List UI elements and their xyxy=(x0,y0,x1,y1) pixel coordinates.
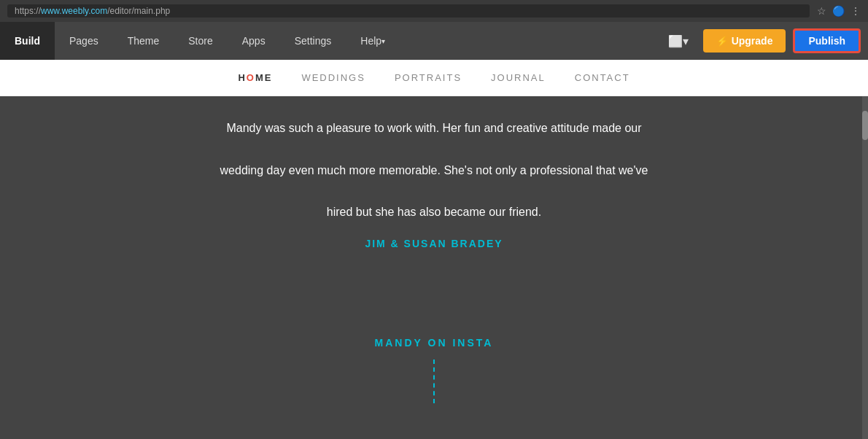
site-nav-home[interactable]: HOME xyxy=(238,72,272,83)
nav-store[interactable]: Store xyxy=(174,22,227,60)
menu-icon[interactable]: ⋮ xyxy=(850,5,861,17)
nav-right-area: ⬜▾ Upgrade Publish xyxy=(661,22,868,60)
site-nav-journal[interactable]: JOURNAL xyxy=(491,69,546,87)
url-prefix: https:// xyxy=(15,6,41,16)
nav-pages[interactable]: Pages xyxy=(55,22,113,60)
browser-url-bar[interactable]: https://www.weebly.com/editor/main.php xyxy=(7,4,810,18)
quote-line1: Mandy was such a pleasure to work with. … xyxy=(226,122,641,134)
nav-build[interactable]: Build xyxy=(0,22,55,60)
app-container: https://www.weebly.com/editor/main.php ☆… xyxy=(0,0,868,439)
quote-block: Mandy was such a pleasure to work with. … xyxy=(220,118,648,223)
nav-settings[interactable]: Settings xyxy=(280,22,346,60)
insta-title: MANDY ON INSTA xyxy=(375,337,494,349)
star-icon[interactable]: ☆ xyxy=(817,5,826,17)
quote-line2: wedding day even much more memorable. Sh… xyxy=(220,164,648,176)
nav-help[interactable]: Help xyxy=(346,22,400,60)
extension-icon[interactable]: 🔵 xyxy=(832,5,845,17)
main-content: Mandy was such a pleasure to work with. … xyxy=(0,96,868,439)
top-nav: Build Pages Theme Store Apps Settings He… xyxy=(0,22,868,60)
url-path: /editor/main.php xyxy=(107,6,170,16)
device-switcher-icon[interactable]: ⬜▾ xyxy=(661,34,696,48)
url-domain: www.weebly.com xyxy=(41,6,107,16)
publish-button[interactable]: Publish xyxy=(793,28,861,53)
upgrade-button[interactable]: Upgrade xyxy=(703,29,786,53)
browser-bar: https://www.weebly.com/editor/main.php ☆… xyxy=(0,0,868,22)
insta-dashed-line xyxy=(433,360,435,403)
content-area: Mandy was such a pleasure to work with. … xyxy=(0,96,868,439)
quote-line3: hired but she has also became our friend… xyxy=(327,206,541,218)
scrollbar-thumb[interactable] xyxy=(862,111,868,140)
scrollbar[interactable] xyxy=(862,96,868,439)
quote-author: JIM & SUSAN BRADEY xyxy=(365,238,503,249)
site-nav: HOME WEDDINGS PORTRAITS JOURNAL CONTACT xyxy=(0,60,868,96)
site-nav-contact[interactable]: CONTACT xyxy=(575,69,630,87)
nav-theme[interactable]: Theme xyxy=(113,22,174,60)
browser-icons: ☆ 🔵 ⋮ xyxy=(817,5,861,17)
insta-section: MANDY ON INSTA xyxy=(375,337,494,403)
site-nav-portraits[interactable]: PORTRAITS xyxy=(395,69,462,87)
site-nav-weddings[interactable]: WEDDINGS xyxy=(301,69,365,87)
nav-apps[interactable]: Apps xyxy=(228,22,280,60)
